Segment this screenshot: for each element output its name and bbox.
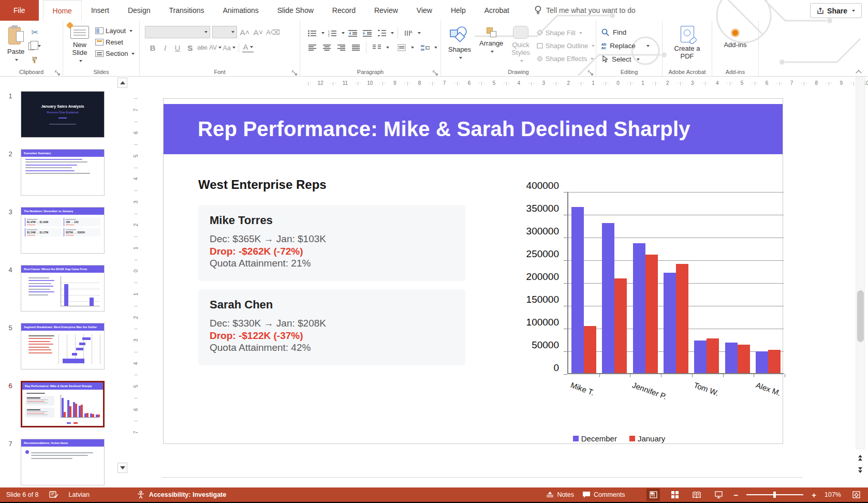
acrobat-group-label: Adobe Acrobat [668,69,705,75]
section-button[interactable]: Section [93,49,137,58]
normal-view-button[interactable] [646,489,660,501]
thumbnail-preview: Recommendations: Action Items [21,439,105,485]
align-right-button[interactable] [334,41,348,54]
ruler-mark: 3 [531,78,556,89]
create-pdf-button[interactable]: Create a PDF [666,24,709,62]
vertical-ruler: 765432101234567 [130,98,142,444]
slide-thumbnail-7[interactable]: 7Recommendations: Action Items [0,439,117,485]
slide-thumbnail-5[interactable]: 5Segment Breakdown: West Enterprise Was … [0,323,117,369]
cut-button[interactable]: ✂ [28,26,41,38]
align-text-button[interactable] [395,41,408,54]
arrange-button[interactable]: Arrange [475,24,507,66]
replace-button[interactable]: abacReplace [599,40,659,51]
share-icon [817,7,824,14]
scrollbar-track[interactable] [856,77,865,449]
quick-styles-icon [513,26,528,39]
zoom-in-button[interactable]: + [812,491,816,499]
language-button[interactable]: Latvian [69,491,90,498]
normal-view-icon [650,491,657,498]
scrollbar-thumb[interactable] [857,290,864,342]
file-tab[interactable]: File [0,0,39,21]
tab-slide-show[interactable]: Slide Show [268,0,323,21]
zoom-slider-thumb[interactable] [773,492,776,498]
addins-button[interactable]: Add-ins [715,24,755,51]
share-button[interactable]: Share [810,3,862,18]
paragraph-dialog-launcher[interactable] [433,69,438,75]
tab-design[interactable]: Design [119,0,160,21]
section-heading[interactable]: West Enterprise Reps [198,177,327,192]
tab-insert[interactable]: Insert [82,0,119,21]
format-painter-button[interactable] [28,54,41,66]
thumbnail-preview: The Numbers: December vs January$1.97M →… [21,207,105,254]
convert-smartart-button[interactable] [418,41,432,54]
layout-button[interactable]: Layout [93,26,137,36]
decrease-indent-button[interactable] [346,27,359,39]
tab-review[interactable]: Review [365,0,407,21]
drawing-dialog-launcher[interactable] [588,69,594,75]
rep-card-mike[interactable]: Mike Torres Dec: $365K → Jan: $103K Drop… [198,205,465,281]
previous-slide-button[interactable] [856,452,865,463]
tab-acrobat[interactable]: Acrobat [475,0,519,21]
slide-thumbnail-4[interactable]: 4Root Cause: Where the $310K Gap Came Fr… [0,265,117,312]
next-slide-button[interactable] [856,465,865,475]
x-axis-tick-label: Alex M. [755,380,782,397]
paste-button[interactable]: Paste [3,24,28,66]
shapes-button[interactable]: Shapes [444,24,475,66]
line-spacing-button[interactable] [375,27,388,39]
slideshow-button[interactable] [712,489,725,501]
fit-slide-button[interactable] [849,489,863,501]
zoom-level[interactable]: 107% [825,491,841,498]
new-slide-button[interactable]: New Slide [66,24,93,66]
align-left-button[interactable] [305,41,319,54]
tab-view[interactable]: View [407,0,442,21]
increase-indent-button[interactable] [360,27,374,39]
reset-button[interactable]: Reset [93,37,137,47]
copy-button[interactable] [28,40,41,52]
clipboard-dialog-launcher[interactable] [55,69,61,75]
justify-button[interactable] [349,41,362,54]
numbering-button[interactable]: 123 [326,27,339,39]
notes-button[interactable]: Notes [546,491,574,498]
paste-label: Paste [7,48,24,55]
create-pdf-label: Create a PDF [674,45,701,60]
slide-title-bar[interactable]: Rep Performance: Mike & Sarah Declined S… [164,104,783,154]
reading-view-button[interactable] [690,489,703,501]
columns-button[interactable] [370,41,384,54]
tab-transitions[interactable]: Transitions [160,0,214,21]
ruler-mark: 0 [606,78,630,89]
accessibility-checker-button[interactable]: Accessibility: Investigate [136,490,226,499]
tab-help[interactable]: Help [442,0,475,21]
ruler-mark: 6 [130,398,142,421]
legend-item: January [629,434,665,443]
select-button[interactable]: Select [599,54,659,65]
text-direction-button[interactable]: A [402,27,415,39]
bullets-button[interactable] [305,27,319,39]
slide-thumbnail-2[interactable]: 2Executive Summary [0,149,117,196]
align-center-button[interactable] [320,41,333,54]
slide-canvas[interactable]: Rep Performance: Mike & Sarah Declined S… [163,98,783,444]
tab-record[interactable]: Record [323,0,365,21]
slide-number: 5 [0,323,21,369]
tab-animations[interactable]: Animations [213,0,268,21]
comments-button[interactable]: Comments [582,491,625,498]
thumbnail-scrollbar[interactable] [117,77,128,487]
rep-drop: Drop: -$262K (-72%) [210,245,465,258]
tab-home[interactable]: Home [43,0,82,21]
rep-card-sarah[interactable]: Sarah Chen Dec: $330K → Jan: $208K Drop:… [198,289,465,365]
slide-thumbnail-6[interactable]: 6Rep Performance: Mike & Sarah Declined … [0,381,117,427]
thumbnail-scroll-down-button[interactable] [117,463,127,473]
collapse-ribbon-button[interactable] [856,69,863,74]
slide-thumbnail-3[interactable]: 3The Numbers: December vs January$1.97M … [0,207,117,254]
editor-bottom-divider [161,477,802,478]
spellcheck-button[interactable] [49,491,58,499]
slide-sorter-button[interactable] [668,489,682,501]
tell-me-box[interactable]: Tell me what you want to do [534,0,636,21]
find-button[interactable]: Find [599,27,659,38]
reading-view-icon [693,492,701,498]
thumbnail-scroll-up-button[interactable] [117,78,127,88]
format-painter-icon [31,56,38,64]
zoom-slider[interactable] [746,494,803,495]
font-dialog-launcher[interactable] [292,69,298,75]
zoom-out-button[interactable]: − [733,491,738,499]
slide-thumbnail-1[interactable]: 1January Sales AnalysisRevenue Drop Expl… [0,91,117,138]
